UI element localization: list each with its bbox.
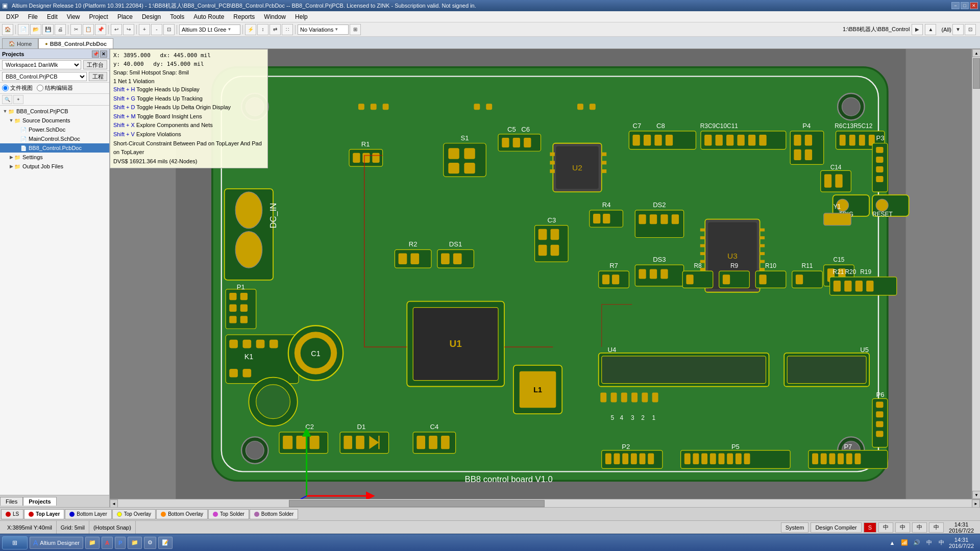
tree-item-output[interactable]: ▶ 📁 Output Job Files [0,162,109,171]
layer-tab-ls[interactable]: LS [1,509,23,519]
taskbar-app-altium[interactable]: A Altium Designer [30,537,83,549]
tray-icon-network[interactable]: 📶 [900,538,909,547]
toolbar-btn-new[interactable]: 📄 [18,24,29,35]
design-compiler-btn[interactable]: Design Compiler [811,522,861,533]
path-nav-btn[interactable]: ▶ [912,24,923,35]
filter-btn[interactable]: ⊡ [965,24,976,35]
tray-icon-ime[interactable]: 中 [924,538,934,547]
system-btn[interactable]: System [781,522,809,533]
tray-icon-volume[interactable]: 🔊 [912,538,921,547]
lang-btn[interactable]: 中 [895,522,910,533]
panel-pin-btn[interactable]: 📌 [92,51,99,58]
svg-rect-179 [840,135,846,145]
tree-item-source[interactable]: ▼ 📁 Source Documents [0,116,109,125]
close-button[interactable]: ✕ [970,2,978,9]
scroll-left-btn[interactable]: ◄ [110,499,118,507]
toolbar-btn-undo[interactable]: ↩ [111,24,122,35]
toolbar-btn-print[interactable]: 🖨 [55,24,66,35]
toolbar-btn-open[interactable]: 📂 [30,24,41,35]
toolbar-btn-d[interactable]: ∷ [282,24,293,35]
toolbar-btn-cut[interactable]: ✂ [70,24,82,35]
panel-tb-btn-1[interactable]: 🔍 [2,95,12,104]
project-button[interactable]: 工程 [89,72,107,81]
tree-item-main[interactable]: 📄 MainControl.SchDoc [0,134,109,143]
scroll-down-btn[interactable]: ▼ [972,491,980,499]
toolbar-btn-b[interactable]: ↕ [257,24,268,35]
ime-btn[interactable]: 中 [912,522,927,533]
tree-item-pcb[interactable]: 📄 BB8_Control.PcbDoc [0,143,109,153]
taskbar-app-ps[interactable]: P [115,537,126,549]
tray-icon-lang[interactable]: 中 [937,538,946,547]
layer-tab-bottom[interactable]: Bottom Layer [65,509,111,519]
workspace-button[interactable]: 工作台 [83,60,107,69]
layer-tab-top[interactable]: Top Layer [24,509,64,519]
s-btn[interactable]: S [864,522,876,533]
menu-file[interactable]: File [24,12,42,21]
menu-reports[interactable]: Reports [229,12,259,21]
tab-pcb[interactable]: ● BB8_Control.PcbDoc [38,38,113,48]
menu-tools[interactable]: Tools [166,12,188,21]
menu-dxp[interactable]: DXP [2,12,23,21]
tab-home[interactable]: 🏠 Home [2,38,38,48]
menu-window[interactable]: Window [260,12,290,21]
menu-design[interactable]: Design [138,12,165,21]
tree-item-settings[interactable]: ▶ 📁 Settings [0,153,109,162]
menu-edit[interactable]: Edit [43,12,62,21]
tray-icon-1[interactable]: ▲ [888,538,897,547]
taskbar-app-7[interactable]: 📝 [158,537,173,549]
menu-help[interactable]: Help [291,12,312,21]
layer-tab-bottomoverlay[interactable]: Bottom Overlay [156,509,208,519]
toolbar-btn-zoom-out[interactable]: - [151,24,162,35]
filter-arrow[interactable]: ▼ [952,24,964,35]
layer-tab-topoverlay[interactable]: Top Overlay [112,509,156,519]
view-files-option[interactable]: 文件视图 [2,84,33,92]
scroll-thumb-vertical[interactable] [973,58,980,89]
panel-tb-btn-2[interactable]: + [13,95,23,104]
canvas-area[interactable]: X: 3895.000 dx: 445.000 mil y: 40.000 dy… [110,49,972,499]
scroll-up-btn[interactable]: ▲ [972,49,980,57]
start-button[interactable]: ⊞ [2,536,28,549]
toolbar-btn-redo[interactable]: ↪ [123,24,134,35]
menu-autoroute[interactable]: Auto Route [189,12,228,21]
layer-dropdown[interactable]: Altium 3D Lt Gree ▼ [179,24,240,35]
toolbar-btn-var[interactable]: ⊞ [350,24,361,35]
taskbar-app-explorer[interactable]: 📁 [85,537,100,549]
view-structure-option[interactable]: 结构编辑器 [37,84,73,92]
scroll-track-vertical[interactable] [972,57,980,491]
toolbar-btn-paste[interactable]: 📌 [95,24,106,35]
scroll-thumb-horizontal[interactable] [289,500,545,507]
input-btn[interactable]: 中 [929,522,944,533]
panel-close-btn[interactable]: ✕ [100,51,107,58]
panel-tab-projects[interactable]: Projects [23,497,56,506]
toolbar-btn-a[interactable]: ⚡ [245,24,256,35]
scroll-right-btn[interactable]: ► [972,499,980,507]
tree-item-root[interactable]: ▼ 📁 BB8_Control.PrjPCB [0,107,109,116]
taskbar-app-reader[interactable]: A [102,537,113,549]
toolbar-btn-save[interactable]: 💾 [42,24,54,35]
workspace-dropdown[interactable]: Workspace1 DanWlk [2,60,81,69]
project-dropdown[interactable]: BB8_Control.PrjPCB [2,72,87,81]
toolbar-btn-zoom-fit[interactable]: ⊡ [163,24,175,35]
maximize-button[interactable]: □ [961,2,969,9]
layer-tab-bottomsolder[interactable]: Bottom Solder [250,509,298,519]
taskbar-app-explorer2[interactable]: 📁 [128,537,142,549]
taskbar-app-6[interactable]: ⚙ [144,537,156,549]
toolbar-btn-1[interactable]: 🏠 [2,24,13,35]
minimize-button[interactable]: − [951,2,960,9]
layer-tab-topsolder[interactable]: Top Solder [208,509,249,519]
path-up-btn[interactable]: ▲ [925,24,936,35]
toolbar-btn-c[interactable]: ⇄ [270,24,281,35]
scroll-track-horizontal[interactable] [118,499,972,507]
toolbar-btn-zoom-in[interactable]: + [139,24,150,35]
view-files-radio[interactable] [2,85,9,91]
panel-tab-files[interactable]: Files [0,497,23,506]
zh-btn-1[interactable]: 中 [878,522,893,533]
toolbar-btn-copy[interactable]: 📋 [83,24,94,35]
menu-place[interactable]: Place [113,12,137,21]
view-structure-radio[interactable] [37,85,43,91]
menu-project[interactable]: Project [85,12,112,21]
menu-view[interactable]: View [63,12,84,21]
tree-item-power[interactable]: 📄 Power.SchDoc [0,125,109,134]
toolbar-sep-5 [177,25,177,34]
variation-dropdown[interactable]: No Variations ▼ [298,24,349,35]
